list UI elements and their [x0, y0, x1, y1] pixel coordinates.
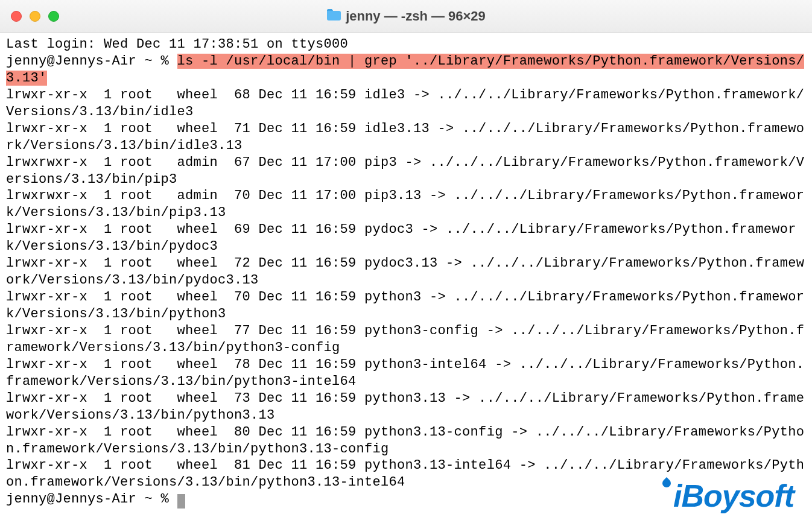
last-login-line: Last login: Wed Dec 11 17:38:51 on ttys0… [6, 37, 348, 52]
folder-icon [326, 8, 341, 24]
ls-output-line: lrwxr-xr-x 1 root wheel 70 Dec 11 16:59 … [6, 290, 804, 322]
terminal-output[interactable]: Last login: Wed Dec 11 17:38:51 on ttys0… [0, 33, 812, 514]
droplet-icon [661, 477, 673, 489]
ls-output-line: lrwxr-xr-x 1 root wheel 68 Dec 11 16:59 … [6, 87, 804, 119]
zoom-window-button[interactable] [48, 11, 59, 22]
window-titlebar: jenny — -zsh — 96×29 [0, 0, 812, 33]
ls-output-line: lrwxrwxr-x 1 root admin 67 Dec 11 17:00 … [6, 155, 804, 187]
ls-output-line: lrwxr-xr-x 1 root wheel 71 Dec 11 16:59 … [6, 121, 804, 153]
traffic-lights [11, 11, 59, 22]
ls-output-line: lrwxr-xr-x 1 root wheel 80 Dec 11 16:59 … [6, 425, 804, 457]
terminal-cursor [177, 494, 185, 509]
ls-output-line: lrwxr-xr-x 1 root wheel 72 Dec 11 16:59 … [6, 256, 804, 288]
prompt-2: jenny@Jennys-Air ~ % [6, 492, 177, 507]
prompt-1: jenny@Jennys-Air ~ % [6, 54, 177, 69]
watermark-logo: iBoysoft [662, 478, 794, 514]
close-window-button[interactable] [11, 11, 22, 22]
ls-output-line: lrwxr-xr-x 1 root wheel 73 Dec 11 16:59 … [6, 391, 804, 423]
ls-output-line: lrwxr-xr-x 1 root wheel 69 Dec 11 16:59 … [6, 222, 796, 254]
minimize-window-button[interactable] [30, 11, 40, 22]
ls-output-line: lrwxr-xr-x 1 root wheel 78 Dec 11 16:59 … [6, 357, 804, 389]
watermark-text: iBoysoft [673, 478, 794, 513]
ls-output-line: lrwxrwxr-x 1 root admin 70 Dec 11 17:00 … [6, 188, 804, 220]
window-title: jenny — -zsh — 96×29 [346, 8, 486, 24]
ls-output-line: lrwxr-xr-x 1 root wheel 77 Dec 11 16:59 … [6, 323, 804, 355]
